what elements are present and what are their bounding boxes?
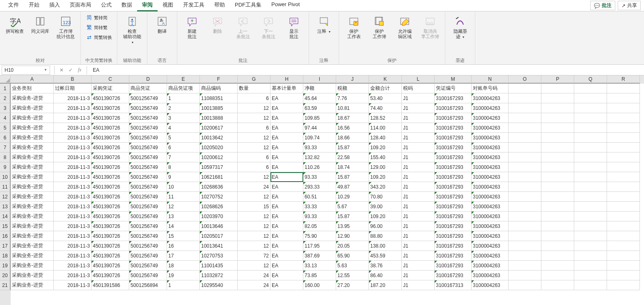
cell-P13[interactable]	[541, 202, 574, 212]
cell-A3[interactable]: 采购业务-进货	[11, 103, 54, 113]
cell-D8[interactable]: 5001256749	[129, 152, 167, 162]
cell-J14[interactable]: 15.87	[336, 212, 369, 221]
cell-G19[interactable]: 12	[238, 261, 270, 271]
cell-M18[interactable]: 3100167293	[435, 251, 472, 261]
ribbon-btn-注释[interactable]: 注释 ▾	[312, 13, 335, 36]
cell-C14[interactable]: 4501390726	[92, 212, 129, 221]
cell-R21[interactable]	[607, 280, 640, 290]
cell-I15[interactable]: 82.05	[303, 221, 336, 231]
cell-R20[interactable]	[607, 271, 640, 280]
cell-L5[interactable]: J1	[402, 123, 435, 133]
cell-E21[interactable]: 1	[167, 280, 200, 290]
col-header-R[interactable]: R	[607, 75, 640, 84]
cell-G7[interactable]: 12	[238, 143, 270, 152]
ribbon-btn-新建批注[interactable]: +新建批注	[181, 13, 204, 41]
cell-A14[interactable]: 采购业务-进货	[11, 212, 54, 221]
cell-P10[interactable]	[541, 172, 574, 182]
cell-P15[interactable]	[541, 221, 574, 231]
ribbon-btn-保护工作簿[interactable]: 保护工作簿	[368, 13, 391, 41]
cell-E4[interactable]: 3	[167, 113, 200, 123]
cell-J3[interactable]: 10.81	[336, 103, 369, 113]
cell-G11[interactable]: 24	[238, 182, 270, 192]
cell-G6[interactable]: 12	[238, 133, 270, 143]
row-header-15[interactable]: 15	[0, 221, 11, 231]
cell-M2[interactable]: 3100167293	[435, 93, 472, 103]
cell-F13[interactable]: 10268626	[200, 202, 238, 212]
cell-M12[interactable]: 3100167293	[435, 192, 472, 202]
cell-B3[interactable]: 2018-11-3	[54, 103, 92, 113]
col-header-L[interactable]: L	[402, 75, 435, 84]
ribbon-btn-检查辅助功能[interactable]: 检查辅助功能 ▾	[121, 13, 144, 47]
cell-M1[interactable]: 凭证编号	[435, 84, 472, 93]
cell-L17[interactable]: J1	[402, 241, 435, 251]
cell-E8[interactable]: 7	[167, 152, 200, 162]
cell-D12[interactable]: 5001256749	[129, 192, 167, 202]
cell-N1[interactable]: 对账单号码	[472, 84, 509, 93]
cell-P3[interactable]	[541, 103, 574, 113]
cell-H15[interactable]: EA	[270, 221, 303, 231]
cell-L21[interactable]: J1	[402, 280, 435, 290]
cell-C20[interactable]: 4501390726	[92, 271, 129, 280]
fx-icon[interactable]: fx	[75, 66, 84, 75]
cell-J11[interactable]: 49.87	[336, 182, 369, 192]
cell-F4[interactable]: 10013888	[200, 113, 238, 123]
cell-G13[interactable]: 15	[238, 202, 270, 212]
cell-E18[interactable]: 17	[167, 251, 200, 261]
cell-P1[interactable]	[541, 84, 574, 93]
cell-F16[interactable]: 10205017	[200, 231, 238, 241]
cell-N14[interactable]: 3100004263	[472, 212, 509, 221]
cell-L8[interactable]: J1	[402, 152, 435, 162]
cell-P19[interactable]	[541, 261, 574, 271]
cell-G17[interactable]: 12	[238, 241, 270, 251]
cell-I1[interactable]: 净额	[303, 84, 336, 93]
cell-A13[interactable]: 采购业务-进货	[11, 202, 54, 212]
cell-J16[interactable]: 12.90	[336, 231, 369, 241]
cell-M5[interactable]: 3100167293	[435, 123, 472, 133]
cell-K13[interactable]: 39.00	[369, 202, 402, 212]
cell-K11[interactable]: 343.20	[369, 182, 402, 192]
cell-I2[interactable]: 45.64	[303, 93, 336, 103]
cell-H19[interactable]: EA	[270, 261, 303, 271]
cell-D2[interactable]: 5001256749	[129, 93, 167, 103]
cell-B11[interactable]: 2018-11-3	[54, 182, 92, 192]
cell-O14[interactable]	[509, 212, 541, 221]
cell-J18[interactable]: 65.90	[336, 251, 369, 261]
cell-L19[interactable]: J1	[402, 261, 435, 271]
cell-D18[interactable]: 5001256749	[129, 251, 167, 261]
cell-C13[interactable]: 4501390726	[92, 202, 129, 212]
select-all-corner[interactable]	[0, 75, 11, 84]
cell-M21[interactable]: 3100167313	[435, 280, 472, 290]
cell-L18[interactable]: J1	[402, 251, 435, 261]
cell-P6[interactable]	[541, 133, 574, 143]
cell-N5[interactable]: 3100004263	[472, 123, 509, 133]
cell-J10[interactable]: 15.87	[336, 172, 369, 182]
row-header-11[interactable]: 11	[0, 182, 11, 192]
comments-button[interactable]: 💬 批注	[590, 1, 615, 10]
row-header-14[interactable]: 14	[0, 212, 11, 221]
cell-D14[interactable]: 5001256749	[129, 212, 167, 221]
cell-K16[interactable]: 88.80	[369, 231, 402, 241]
cell-M14[interactable]: 3100167293	[435, 212, 472, 221]
cell-I9[interactable]: 110.26	[303, 162, 336, 172]
cells-area[interactable]: 业务类别过帐日期采购凭证商品凭证商品凭证项商品编码数量基本计量单净额税额金额合计…	[11, 84, 644, 305]
cell-K17[interactable]: 138.00	[369, 241, 402, 251]
cell-Q12[interactable]	[574, 192, 607, 202]
cell-L12[interactable]: J1	[402, 192, 435, 202]
cell-L4[interactable]: J1	[402, 113, 435, 123]
cell-N10[interactable]: 3100004263	[472, 172, 509, 182]
cell-R2[interactable]	[607, 93, 640, 103]
cell-C19[interactable]: 4501390726	[92, 261, 129, 271]
cell-I6[interactable]: 109.74	[303, 133, 336, 143]
cell-F15[interactable]: 10013646	[200, 221, 238, 231]
cell-I16[interactable]: 75.90	[303, 231, 336, 241]
col-header-H[interactable]: H	[270, 75, 303, 84]
cell-F18[interactable]: 10270753	[200, 251, 238, 261]
cell-D5[interactable]: 5001256749	[129, 123, 167, 133]
cell-D19[interactable]: 5001256749	[129, 261, 167, 271]
cell-H12[interactable]: EA	[270, 192, 303, 202]
cell-L15[interactable]: J1	[402, 221, 435, 231]
cell-E6[interactable]: 5	[167, 133, 200, 143]
cell-B9[interactable]: 2018-11-3	[54, 162, 92, 172]
cell-O18[interactable]	[509, 251, 541, 261]
cell-O9[interactable]	[509, 162, 541, 172]
